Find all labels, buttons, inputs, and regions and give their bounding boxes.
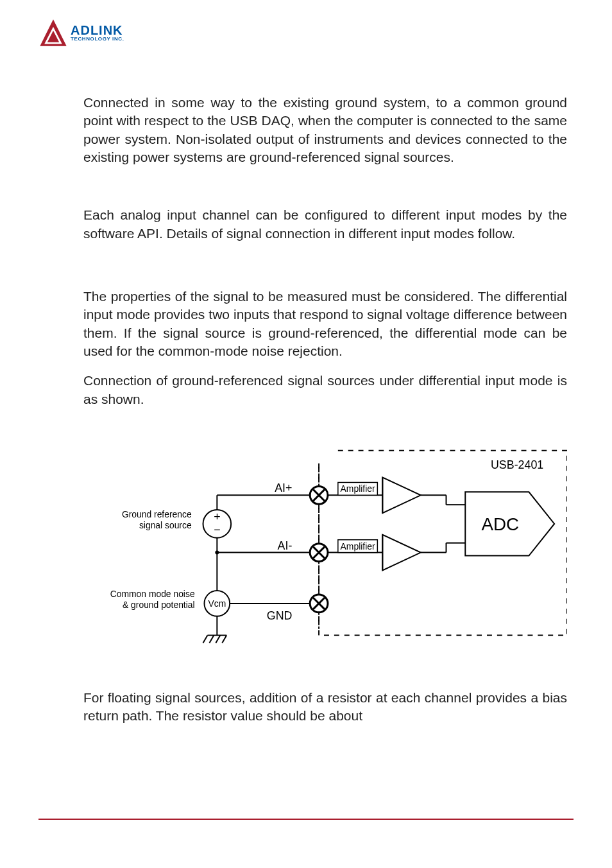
adc-label: ADC: [482, 514, 520, 534]
ai-plus-label: AI+: [275, 482, 292, 494]
amplifier-2-label: Amplifier: [341, 541, 375, 551]
svg-line-38: [203, 636, 208, 643]
circuit-diagram: .wire { stroke:#000; stroke-width:2; fil…: [83, 438, 567, 659]
svg-line-39: [209, 636, 214, 643]
svg-marker-18: [382, 535, 421, 571]
page-root: ADLINK TECHNOLOGY INC. Connected in some…: [0, 0, 612, 868]
amplifier-1-label: Amplifier: [341, 483, 375, 494]
source-plus: +: [214, 510, 220, 523]
paragraph-4: Connection of ground-referenced signal s…: [83, 372, 567, 408]
logo-brand-line1: ADLINK: [71, 24, 124, 37]
paragraph-1: Connected in some way to the existing gr…: [83, 94, 567, 166]
paragraph-5: For floating signal sources, addition of…: [83, 689, 567, 725]
footer-divider: [38, 819, 574, 820]
logo: ADLINK TECHNOLOGY INC.: [38, 18, 574, 48]
logo-text: ADLINK TECHNOLOGY INC.: [71, 24, 124, 42]
source-label-2: signal source: [139, 520, 192, 530]
adlink-logo-icon: [38, 18, 68, 48]
noise-label-1: Common mode noise: [110, 589, 195, 599]
vcm-label: Vcm: [208, 598, 226, 609]
paragraph-2: Each analog input channel can be configu…: [83, 206, 567, 243]
circuit-svg: .wire { stroke:#000; stroke-width:2; fil…: [83, 438, 567, 654]
ai-minus-label: AI-: [278, 539, 293, 552]
svg-line-41: [222, 636, 226, 643]
paragraph-3: The properties of the signal to be measu…: [83, 288, 567, 360]
svg-point-34: [215, 551, 219, 555]
source-minus: −: [214, 523, 220, 536]
source-label-1: Ground reference: [122, 509, 192, 519]
body-content: Connected in some way to the existing gr…: [83, 94, 567, 725]
svg-line-40: [216, 636, 220, 643]
svg-marker-15: [382, 478, 421, 514]
noise-label-2: & ground potential: [123, 600, 195, 610]
logo-brand-line2: TECHNOLOGY INC.: [71, 37, 124, 42]
device-label: USB-2401: [491, 458, 543, 471]
gnd-label: GND: [267, 609, 293, 622]
